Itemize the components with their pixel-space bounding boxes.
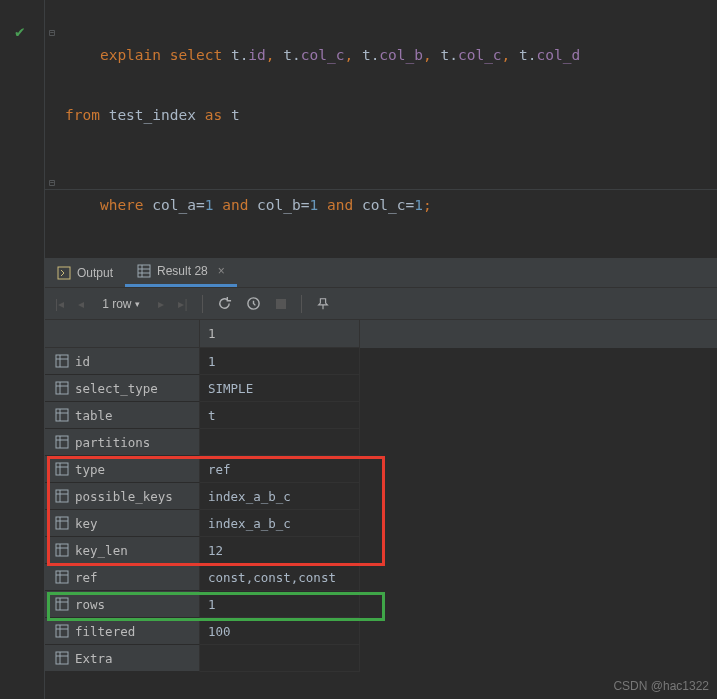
svg-rect-16 (56, 436, 68, 448)
row-header: ref (45, 564, 200, 591)
table-row[interactable]: Extra (45, 645, 717, 672)
field-name: select_type (75, 381, 158, 396)
column-icon (55, 543, 69, 557)
row-header: possible_keys (45, 483, 200, 510)
cell-value[interactable]: const,const,const (200, 564, 360, 591)
prev-page-button[interactable]: ◂ (78, 297, 84, 311)
svg-rect-13 (56, 409, 68, 421)
field-name: rows (75, 597, 105, 612)
column-icon (55, 408, 69, 422)
svg-rect-19 (56, 463, 68, 475)
table-row[interactable]: partitions (45, 429, 717, 456)
cell-value[interactable]: SIMPLE (200, 375, 360, 402)
column-icon (55, 516, 69, 530)
column-icon (55, 651, 69, 665)
pin-button[interactable] (316, 297, 330, 311)
cell-value[interactable]: 100 (200, 618, 360, 645)
cell-value[interactable]: t (200, 402, 360, 429)
row-header: id (45, 348, 200, 375)
field-name: ref (75, 570, 98, 585)
field-name: partitions (75, 435, 150, 450)
table-row[interactable]: filtered100 (45, 618, 717, 645)
table-row[interactable]: typeref (45, 456, 717, 483)
svg-rect-31 (56, 571, 68, 583)
field-name: possible_keys (75, 489, 173, 504)
refresh-button[interactable] (217, 296, 232, 311)
last-page-button[interactable]: ▸| (178, 297, 187, 311)
table-icon (137, 264, 151, 278)
cell-value[interactable] (200, 645, 360, 672)
code-line: ⊟explain select t.id, t.col_c, t.col_b, … (45, 10, 717, 100)
column-icon (55, 435, 69, 449)
table-row[interactable]: refconst,const,const (45, 564, 717, 591)
sql-editor[interactable]: ✔ ⊟explain select t.id, t.col_c, t.col_b… (44, 0, 717, 190)
field-name: filtered (75, 624, 135, 639)
row-header: key (45, 510, 200, 537)
cell-value[interactable]: index_a_b_c (200, 510, 360, 537)
keyword-as: as (205, 107, 222, 123)
code-line: ⊟where col_a=1 and col_b=1 and col_c=1; (45, 160, 717, 250)
svg-rect-22 (56, 490, 68, 502)
fold-icon: ⊟ (49, 18, 55, 48)
divider (202, 295, 203, 313)
next-page-button[interactable]: ▸ (158, 297, 164, 311)
cell-value[interactable]: 12 (200, 537, 360, 564)
tab-label: Output (77, 266, 113, 280)
tab-bar: Output Result 28 × (45, 258, 717, 288)
row-header: filtered (45, 618, 200, 645)
corner-cell (45, 320, 200, 348)
column-icon (55, 354, 69, 368)
table-row[interactable]: id1 (45, 348, 717, 375)
svg-rect-10 (56, 382, 68, 394)
column-icon (55, 489, 69, 503)
close-icon[interactable]: × (218, 264, 225, 278)
column: id (248, 47, 265, 63)
watermark: CSDN @hac1322 (613, 679, 709, 693)
column-icon (55, 624, 69, 638)
row-header: type (45, 456, 200, 483)
table-row[interactable]: select_typeSIMPLE (45, 375, 717, 402)
svg-rect-7 (56, 355, 68, 367)
row-header: select_type (45, 375, 200, 402)
field-name: key (75, 516, 98, 531)
row-header: partitions (45, 429, 200, 456)
cell-value[interactable] (200, 429, 360, 456)
keyword-from: from (65, 107, 100, 123)
table-name: test_index (109, 107, 196, 123)
table-row[interactable]: keyindex_a_b_c (45, 510, 717, 537)
table-row[interactable]: tablet (45, 402, 717, 429)
schedule-icon[interactable] (246, 296, 261, 311)
table-row[interactable]: possible_keysindex_a_b_c (45, 483, 717, 510)
tab-label: Result 28 (157, 264, 208, 278)
first-page-button[interactable]: |◂ (55, 297, 64, 311)
svg-rect-34 (56, 598, 68, 610)
field-name: type (75, 462, 105, 477)
row-header: rows (45, 591, 200, 618)
svg-rect-6 (276, 299, 286, 309)
stop-button[interactable] (275, 298, 287, 310)
tab-result[interactable]: Result 28 × (125, 258, 237, 287)
field-name: table (75, 408, 113, 423)
check-icon: ✔ (15, 22, 25, 41)
svg-rect-25 (56, 517, 68, 529)
svg-rect-28 (56, 544, 68, 556)
cell-value[interactable]: index_a_b_c (200, 483, 360, 510)
fold-icon: ⊟ (49, 168, 55, 198)
cell-value[interactable]: 1 (200, 348, 360, 375)
tab-output[interactable]: Output (45, 258, 125, 287)
row-header: key_len (45, 537, 200, 564)
cell-value[interactable]: ref (200, 456, 360, 483)
svg-rect-1 (138, 265, 150, 277)
table-row[interactable]: rows1 (45, 591, 717, 618)
keyword-where: where (100, 197, 144, 213)
column-header[interactable]: 1 (200, 320, 360, 348)
table-row[interactable]: key_len12 (45, 537, 717, 564)
row-count[interactable]: 1 row ▾ (98, 297, 144, 311)
field-name: key_len (75, 543, 128, 558)
keyword-select: select (170, 47, 222, 63)
results-toolbar: |◂ ◂ 1 row ▾ ▸ ▸| (45, 288, 717, 320)
column-icon (55, 597, 69, 611)
cell-value[interactable]: 1 (200, 591, 360, 618)
field-name: Extra (75, 651, 113, 666)
alias: t (231, 107, 240, 123)
